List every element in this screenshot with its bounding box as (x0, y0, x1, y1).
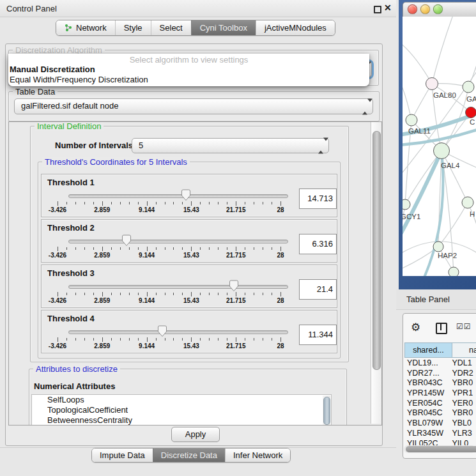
slider-tick (66, 202, 67, 204)
table-row[interactable]: YDR27...YDR2 (404, 369, 476, 379)
slider-tick (147, 292, 148, 296)
tab-label: Network (76, 23, 107, 33)
tab-discretize-data[interactable]: Discretize Data (153, 449, 225, 462)
slider-tick-label: 9.144 (139, 342, 155, 349)
slider-tick-label: -3.426 (49, 252, 66, 259)
slider-thumb[interactable] (181, 189, 191, 201)
table-row[interactable]: YBR043CYBR0 (404, 378, 476, 388)
slider-tick (200, 293, 201, 295)
network-node[interactable] (462, 197, 473, 208)
table-data-combobox[interactable]: galFiltered.sif default node (14, 98, 373, 114)
window-minimize-button[interactable] (420, 4, 430, 14)
slider-tick-label: 15.43 (183, 342, 199, 349)
slider-track[interactable] (68, 285, 288, 289)
slider-track[interactable] (68, 194, 288, 198)
network-node[interactable] (463, 81, 474, 93)
network-edge[interactable] (403, 151, 441, 238)
network-node[interactable] (426, 78, 438, 90)
slider-thumb[interactable] (157, 325, 167, 337)
attribute-list-item[interactable]: TopologicalCoefficient (32, 405, 331, 415)
table-row[interactable]: YBR045CYBR0 (404, 408, 476, 418)
scrollbar-thumb[interactable] (372, 131, 381, 370)
tab-network[interactable]: Network (56, 20, 115, 35)
gear-icon[interactable]: ⚙ (411, 321, 420, 334)
slider-tick-label: 9.144 (139, 252, 155, 259)
number-of-intervals-combobox[interactable]: 5 (132, 138, 329, 153)
slider-tick (173, 293, 174, 295)
tab-style[interactable]: Style (115, 20, 151, 35)
threshold-value-field[interactable]: 14.713 (299, 188, 337, 209)
network-edge[interactable] (432, 17, 454, 84)
network-node[interactable] (434, 143, 450, 159)
threshold-value-field[interactable]: 6.316 (299, 234, 337, 254)
algorithm-option[interactable]: Manual Discretization (10, 65, 95, 74)
slider-tick (156, 202, 157, 204)
numerical-attributes-list[interactable]: SelfLoopsTopologicalCoefficientBetweenne… (31, 394, 332, 426)
network-node[interactable] (449, 267, 459, 276)
threshold-value-field[interactable]: 21.4 (299, 279, 337, 300)
slider-tick (227, 338, 227, 341)
table-row[interactable]: YLR345WYLR3 (404, 429, 476, 439)
table-cell: YBR0 (452, 408, 476, 418)
table-row[interactable]: YER054CYER0 (404, 399, 476, 409)
slider-thumb[interactable] (121, 234, 132, 247)
slider-tick (227, 202, 227, 204)
table-column-header[interactable]: na (452, 342, 476, 358)
settings-scrollbar[interactable] (371, 122, 381, 424)
network-node[interactable] (406, 114, 417, 126)
select-columns-icon[interactable]: ☑☑ (456, 322, 472, 331)
slider-track[interactable] (68, 330, 288, 334)
network-node[interactable] (433, 242, 443, 252)
table-column-header[interactable]: shared... (404, 342, 452, 358)
slider-tick-label: 15.43 (183, 297, 199, 304)
table-row[interactable]: YPR145WYPR1 (404, 388, 476, 399)
attribute-list-item[interactable]: BetweennessCentrality (32, 415, 331, 426)
slider-tick (120, 338, 121, 341)
network-canvas[interactable]: GAL80GACGAL11GAL4GCY1HHAP2 (403, 17, 476, 276)
network-node-label: GAL11 (408, 127, 431, 135)
table-hscrollbar[interactable] (404, 445, 475, 453)
apply-button[interactable]: Apply (171, 427, 220, 442)
tab-jactivemnodules[interactable]: jActiveMNodules (256, 20, 335, 35)
slider-tick (209, 338, 210, 341)
window-close-button[interactable] (408, 4, 417, 14)
split-columns-icon[interactable] (436, 323, 447, 334)
attributes-list-scrollbar[interactable] (323, 395, 330, 426)
slider-tick (102, 292, 103, 296)
tab-impute-data[interactable]: Impute Data (92, 449, 153, 462)
tab-select[interactable]: Select (151, 20, 191, 35)
network-edge[interactable] (403, 42, 432, 84)
table-row[interactable]: YBL079WYBL0 (404, 418, 476, 429)
table-cell: YDL19... (404, 358, 452, 369)
slider-tick (245, 247, 245, 250)
network-node-label: C (470, 118, 475, 126)
slider-tick-label: 9.144 (139, 206, 155, 213)
attribute-list-item[interactable]: SelfLoops (32, 395, 331, 405)
algorithm-option[interactable]: Equal Width/Frequency Discretization (10, 75, 148, 84)
network-edge[interactable] (403, 81, 411, 120)
slider-tick (165, 338, 165, 341)
slider-tick (111, 338, 112, 341)
window-zoom-button[interactable] (433, 4, 443, 14)
table-row[interactable]: YDL19...YDL1 (404, 358, 476, 369)
float-window-icon[interactable] (374, 6, 381, 13)
tab-cyni-toolbox[interactable]: Cyni Toolbox (191, 20, 256, 35)
threshold-value-field[interactable]: 11.344 (299, 325, 337, 345)
table-cell: YBL079W (404, 418, 452, 429)
tab-infer-network[interactable]: Infer Network (225, 449, 290, 462)
control-panel-tabs: NetworkStyleSelectCyni ToolboxjActiveMNo… (56, 20, 335, 36)
slider-thumb[interactable] (229, 280, 239, 292)
slider-track[interactable] (68, 240, 288, 243)
slider-tick (191, 292, 192, 296)
combo-stepper-icon (362, 102, 367, 111)
slider-tick (58, 337, 58, 342)
table-cell: YPR1 (452, 388, 476, 399)
scrollbar-thumb[interactable] (406, 446, 476, 452)
table-row[interactable]: YIL052CYIL0 (404, 439, 476, 446)
slider-tick-label: 21.715 (226, 252, 246, 259)
close-icon[interactable]: ✕ (384, 3, 392, 13)
number-of-intervals-value: 5 (139, 141, 143, 150)
network-node[interactable] (466, 107, 476, 118)
slider-tick (254, 202, 254, 204)
network-node[interactable] (403, 199, 410, 210)
